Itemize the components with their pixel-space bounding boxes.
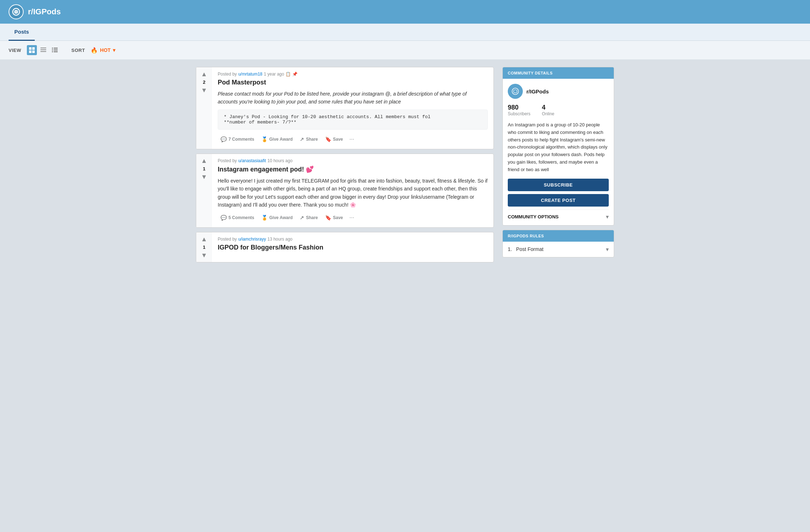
comments-count: 5 Comments xyxy=(228,215,254,220)
comments-button[interactable]: 💬 7 Comments xyxy=(218,134,257,144)
tab-posts[interactable]: Posts xyxy=(9,24,35,41)
vote-section: ▲ 1 ▼ xyxy=(196,154,212,228)
online-count: 4 xyxy=(542,104,554,111)
sub-nav: Posts xyxy=(0,24,810,41)
view-card-button[interactable] xyxy=(27,45,37,55)
rules-header: R/IGPODS RULES xyxy=(503,230,614,242)
vote-section: ▲ 1 ▼ xyxy=(196,232,212,262)
community-name: r/IGPods xyxy=(526,88,549,95)
more-options-button[interactable]: ··· xyxy=(347,212,356,223)
sort-value: HOT xyxy=(100,47,111,53)
svg-rect-2 xyxy=(32,47,35,50)
post-actions: 💬 7 Comments 🏅 Give Award ↗ Share 🔖 Save xyxy=(218,134,488,145)
post-title[interactable]: Pod Masterpost xyxy=(218,79,488,86)
rules-card: R/IGPODS RULES 1. Post Format ▾ xyxy=(502,230,614,257)
chevron-down-icon: ▾ xyxy=(606,213,609,220)
comment-icon: 💬 xyxy=(221,215,227,221)
svg-point-0 xyxy=(13,9,19,15)
post-time: 10 hours ago xyxy=(267,158,293,163)
code-block: * Janey's Pod - Looking for 10-20 aesthe… xyxy=(218,110,488,130)
rule-number: 1. xyxy=(508,246,512,252)
posted-by-label: Posted by xyxy=(218,158,237,163)
subscribers-stat: 980 Subscribers xyxy=(508,104,530,116)
upvote-button[interactable]: ▲ xyxy=(200,235,208,243)
comments-count: 7 Comments xyxy=(228,137,254,142)
upvote-button[interactable]: ▲ xyxy=(200,157,208,165)
posted-by-label: Posted by xyxy=(218,72,237,77)
sort-hot-button[interactable]: 🔥 HOT ▾ xyxy=(91,47,115,54)
view-label: VIEW xyxy=(9,48,21,53)
chevron-down-icon: ▾ xyxy=(606,246,609,253)
save-label: Save xyxy=(333,137,343,142)
stats-row: 980 Subscribers 4 Online xyxy=(508,104,609,116)
sidebar: COMMUNITY DETAILS r/IGPods 980 Subscribe… xyxy=(502,67,614,262)
share-button[interactable]: ↗ Share xyxy=(297,213,320,223)
svg-rect-1 xyxy=(29,47,32,50)
community-details-card: COMMUNITY DETAILS r/IGPods 980 Subscribe… xyxy=(502,67,614,226)
rule-item[interactable]: 1. Post Format ▾ xyxy=(503,242,614,257)
posts-column: ▲ 2 ▼ Posted by u/mrtatum18 1 year ago 📋… xyxy=(196,67,494,262)
downvote-button[interactable]: ▼ xyxy=(200,251,208,259)
post-meta: Posted by u/anastasiaafit 10 hours ago xyxy=(218,158,488,163)
community-info-header: r/IGPods xyxy=(508,84,609,99)
post-time: 1 year ago xyxy=(264,72,284,77)
online-stat: 4 Online xyxy=(542,104,554,116)
community-avatar xyxy=(508,84,523,99)
post-content: Posted by u/iamchrisrayy 13 hours ago IG… xyxy=(212,232,493,262)
post-actions: 💬 5 Comments 🏅 Give Award ↗ Share 🔖 Save xyxy=(218,212,488,223)
downvote-button[interactable]: ▼ xyxy=(200,86,208,94)
svg-rect-3 xyxy=(29,50,32,53)
comments-button[interactable]: 💬 5 Comments xyxy=(218,213,257,223)
rule-label: Post Format xyxy=(516,246,543,252)
save-icon: 🔖 xyxy=(325,136,331,142)
give-award-button[interactable]: 🏅 Give Award xyxy=(259,134,295,144)
community-options[interactable]: COMMUNITY OPTIONS ▾ xyxy=(508,209,609,220)
toolbar: VIEW SORT 🔥 HOT ▾ xyxy=(0,41,810,60)
view-compact-button[interactable] xyxy=(38,45,48,55)
fire-icon: 🔥 xyxy=(91,47,98,54)
post-author[interactable]: u/anastasiaafit xyxy=(238,158,266,163)
post-title[interactable]: Instagram engagement pod! 💕 xyxy=(218,165,488,173)
svg-rect-7 xyxy=(40,51,46,52)
site-title: r/IGPods xyxy=(28,7,61,16)
rules-list: 1. Post Format ▾ xyxy=(503,242,614,257)
share-label: Share xyxy=(306,137,318,142)
site-logo[interactable] xyxy=(9,4,24,19)
save-button[interactable]: 🔖 Save xyxy=(322,134,346,144)
community-options-label: COMMUNITY OPTIONS xyxy=(508,214,559,219)
post-content: Posted by u/mrtatum18 1 year ago 📋 📌 Pod… xyxy=(212,67,493,149)
post-author[interactable]: u/iamchrisrayy xyxy=(238,237,266,242)
view-list-button[interactable] xyxy=(50,45,60,55)
save-label: Save xyxy=(333,215,343,220)
community-details-header: COMMUNITY DETAILS xyxy=(503,67,614,79)
svg-point-14 xyxy=(512,88,519,95)
give-award-button[interactable]: 🏅 Give Award xyxy=(259,213,295,223)
vote-count: 1 xyxy=(203,245,205,250)
downvote-button[interactable]: ▼ xyxy=(200,173,208,181)
post-card: ▲ 1 ▼ Posted by u/anastasiaafit 10 hours… xyxy=(196,154,494,228)
post-card: ▲ 1 ▼ Posted by u/iamchrisrayy 13 hours … xyxy=(196,232,494,262)
award-icon: 🏅 xyxy=(261,136,267,142)
more-options-button[interactable]: ··· xyxy=(347,134,356,145)
share-button[interactable]: ↗ Share xyxy=(297,134,320,144)
post-body-text: Hello everyone! I just created my first … xyxy=(218,178,487,208)
upvote-button[interactable]: ▲ xyxy=(200,70,208,78)
post-body: Hello everyone! I just created my first … xyxy=(218,177,488,209)
svg-rect-10 xyxy=(52,49,53,50)
vote-count: 2 xyxy=(203,79,205,85)
share-icon: ↗ xyxy=(300,215,304,221)
post-meta: Posted by u/mrtatum18 1 year ago 📋 📌 xyxy=(218,72,488,77)
view-toggle xyxy=(27,45,60,55)
svg-rect-12 xyxy=(52,51,53,52)
svg-rect-5 xyxy=(40,48,46,48)
post-author[interactable]: u/mrtatum18 xyxy=(238,72,262,77)
create-post-button[interactable]: CREATE POST xyxy=(508,194,609,207)
post-body-text: Please contact mods for your Pod to be l… xyxy=(218,91,467,105)
rule-text: 1. Post Format xyxy=(508,246,544,252)
save-button[interactable]: 🔖 Save xyxy=(322,213,346,223)
subscribe-button[interactable]: SUBSCRIBE xyxy=(508,179,609,191)
main-layout: ▲ 2 ▼ Posted by u/mrtatum18 1 year ago 📋… xyxy=(190,60,620,270)
post-title[interactable]: IGPOD for Bloggers/Mens Fashion xyxy=(218,244,488,251)
save-icon: 🔖 xyxy=(325,215,331,221)
vote-count: 1 xyxy=(203,166,205,171)
